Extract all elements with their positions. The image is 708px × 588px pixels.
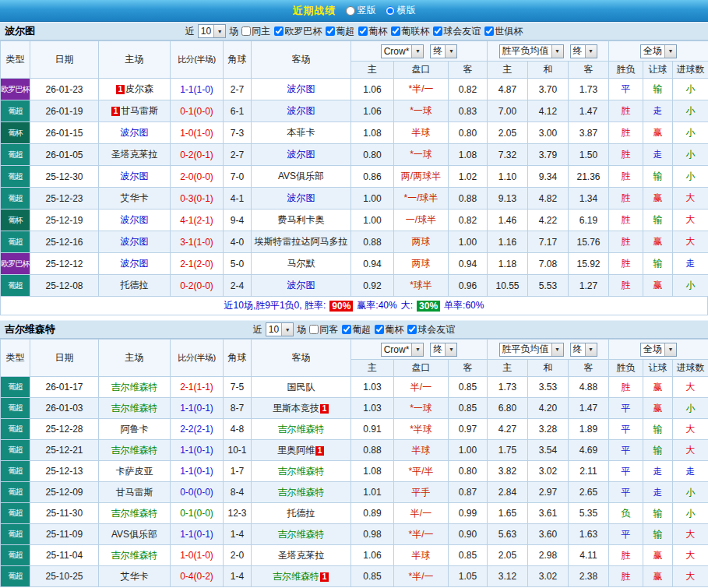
- filter-checkbox-input[interactable]: [241, 26, 251, 36]
- filter-checkbox-input[interactable]: [274, 26, 284, 36]
- subcol-avg-draw: 和: [528, 62, 569, 79]
- layout-radio-horizontal-input[interactable]: [386, 6, 395, 16]
- filter-checkbox[interactable]: 球会友谊: [433, 25, 481, 38]
- home-team[interactable]: 甘马雷斯: [116, 487, 153, 498]
- filter-checkbox-input[interactable]: [375, 325, 384, 334]
- filter-checkbox-input[interactable]: [407, 325, 417, 334]
- home-team[interactable]: 皮尔森: [125, 83, 153, 94]
- filter-checkbox[interactable]: 葡超: [342, 323, 371, 336]
- filter-checkbox-input[interactable]: [358, 26, 368, 36]
- home-team[interactable]: 吉尔维森特: [111, 550, 158, 561]
- col-header-score: 比分(半场): [171, 340, 224, 377]
- home-team[interactable]: 吉尔维森特: [111, 445, 158, 456]
- league-badge: 欧罗巴杯: [1, 253, 30, 275]
- away-team[interactable]: 马尔默: [287, 258, 315, 269]
- away-team[interactable]: 波尔图: [287, 280, 315, 290]
- odds-final-dropdown[interactable]: 终 ▼: [430, 343, 457, 357]
- away-team[interactable]: 吉尔维森特: [278, 424, 325, 435]
- avg-odds-dropdown[interactable]: 胜平负均值 ▼: [499, 44, 564, 58]
- filter-checkbox[interactable]: 球会友谊: [407, 323, 455, 336]
- avg-home-odds: 1.46: [488, 209, 528, 231]
- avg-final-dropdown[interactable]: 终 ▼: [570, 343, 597, 357]
- home-team[interactable]: 波尔图: [121, 258, 149, 269]
- result-goals: 大: [673, 524, 708, 545]
- away-team[interactable]: 费马利卡奥: [278, 214, 325, 225]
- away-team[interactable]: 里奥阿维: [277, 445, 315, 456]
- away-team[interactable]: 吉尔维森特: [278, 466, 325, 477]
- chevron-down-icon: ▼: [411, 343, 423, 356]
- filter-checkbox-input[interactable]: [309, 325, 319, 334]
- away-team[interactable]: 吉尔维森特: [278, 487, 325, 498]
- away-team[interactable]: AVS俱乐部: [278, 171, 324, 181]
- layout-radio-horizontal[interactable]: 横版: [386, 4, 416, 17]
- match-count-dropdown[interactable]: 10 ▼: [198, 24, 226, 38]
- filter-checkbox[interactable]: 同主: [241, 25, 270, 38]
- home-team[interactable]: 阿鲁卡: [121, 424, 149, 435]
- home-team[interactable]: 波尔图: [121, 127, 149, 138]
- filter-checkbox[interactable]: 葡杯: [375, 323, 403, 336]
- home-team[interactable]: AVS俱乐部: [111, 529, 157, 540]
- bookmaker-dropdown[interactable]: Crow* ▼: [381, 44, 424, 58]
- away-team[interactable]: 国民队: [287, 382, 315, 393]
- filter-checkbox-input[interactable]: [484, 26, 494, 36]
- filter-checkbox[interactable]: 葡超: [326, 25, 354, 38]
- away-team[interactable]: 吉尔维森特: [278, 529, 325, 540]
- full-game-dropdown[interactable]: 全场 ▼: [640, 343, 677, 357]
- team-name: 波尔图: [5, 24, 35, 38]
- away-team[interactable]: 波尔图: [287, 105, 315, 116]
- odds-home: 0.86: [351, 166, 394, 188]
- odds-home: 0.80: [351, 144, 394, 166]
- home-team[interactable]: 波尔图: [121, 171, 149, 181]
- full-game-dropdown[interactable]: 全场 ▼: [640, 44, 677, 58]
- layout-radio-vertical[interactable]: 竖版: [346, 4, 376, 17]
- odds-handicap: 一/球半: [394, 209, 449, 231]
- home-team[interactable]: 艾华卡: [121, 192, 149, 203]
- corner-score: 12-3: [224, 503, 252, 524]
- odds-final-dropdown[interactable]: 终 ▼: [430, 44, 457, 58]
- home-team-cell: 甘马雷斯: [99, 482, 171, 503]
- home-team[interactable]: 吉尔维森特: [111, 382, 158, 393]
- filter-checkbox-input[interactable]: [391, 26, 400, 36]
- home-team-cell: 艾华卡: [99, 566, 171, 587]
- col-header-home: 主场: [99, 41, 171, 79]
- filter-checkbox[interactable]: 世俱杯: [484, 25, 523, 38]
- away-team[interactable]: 圣塔克莱拉: [278, 550, 325, 561]
- match-row: 葡超25-12-28阿鲁卡2-2(2-1)4-8吉尔维森特0.91*半球0.97…: [1, 419, 708, 440]
- away-team-cell: 吉尔维森特: [252, 419, 351, 440]
- filter-checkbox[interactable]: 葡联杯: [391, 25, 429, 38]
- home-team[interactable]: 圣塔克莱拉: [111, 149, 158, 160]
- away-team[interactable]: 波尔图: [287, 83, 315, 94]
- home-team[interactable]: 波尔图: [121, 236, 149, 247]
- subcol-goals: 进球数: [673, 62, 708, 79]
- avg-final-dropdown[interactable]: 终 ▼: [570, 44, 597, 58]
- away-team[interactable]: 波尔图: [287, 149, 315, 160]
- avg-home-odds: 1.18: [488, 253, 528, 275]
- filter-checkbox[interactable]: 欧罗巴杯: [274, 25, 322, 38]
- filter-checkbox-input[interactable]: [433, 26, 442, 36]
- odds-final-dropdown-value: 终: [433, 44, 442, 58]
- home-team[interactable]: 艾华卡: [121, 571, 149, 582]
- away-team[interactable]: 波尔图: [287, 192, 315, 203]
- home-team[interactable]: 吉尔维森特: [111, 508, 158, 519]
- filter-checkbox-input[interactable]: [342, 325, 351, 334]
- home-team[interactable]: 卡萨皮亚: [116, 466, 153, 477]
- away-team[interactable]: 吉尔维森特: [273, 571, 319, 582]
- filter-checkbox-input[interactable]: [326, 26, 335, 36]
- layout-radio-vertical-input[interactable]: [346, 6, 355, 16]
- filter-checkbox[interactable]: 同客: [309, 323, 338, 336]
- avg-odds-dropdown[interactable]: 胜平负均值 ▼: [499, 343, 564, 357]
- match-count-dropdown[interactable]: 10 ▼: [266, 322, 294, 336]
- home-team[interactable]: 甘马雷斯: [121, 105, 158, 116]
- home-team[interactable]: 吉尔维森特: [111, 403, 158, 414]
- odds-handicap: 半球: [394, 122, 449, 144]
- away-team[interactable]: 托德拉: [287, 508, 315, 519]
- filter-checkbox[interactable]: 葡杯: [358, 25, 387, 38]
- away-team[interactable]: 里斯本竞技: [273, 403, 319, 414]
- bookmaker-dropdown[interactable]: Crow* ▼: [381, 343, 424, 357]
- home-team[interactable]: 波尔图: [121, 214, 149, 225]
- away-team-cell: 托德拉: [252, 503, 351, 524]
- subcol-outcome: 胜负: [609, 62, 643, 79]
- away-team[interactable]: 埃斯特雷拉达阿马多拉: [255, 236, 348, 247]
- away-team[interactable]: 本菲卡: [287, 127, 315, 138]
- home-team[interactable]: 托德拉: [121, 280, 149, 290]
